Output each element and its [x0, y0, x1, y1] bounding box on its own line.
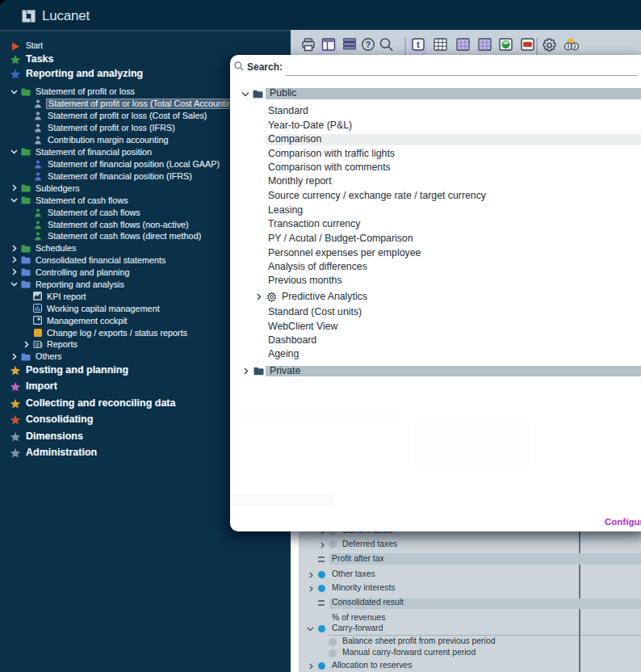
svg-text:t: t — [417, 40, 420, 49]
svg-text:?: ? — [366, 40, 371, 49]
